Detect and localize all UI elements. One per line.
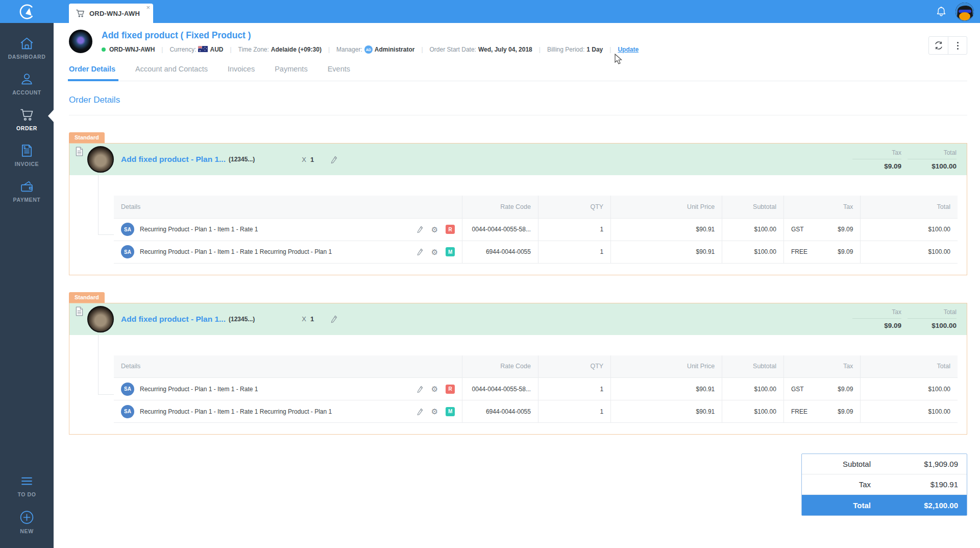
qty-cell: 1 bbox=[538, 241, 610, 263]
col-header-unit-price: Unit Price bbox=[611, 196, 722, 218]
item-card-header: Add fixed product - Plan 1... (12345...)… bbox=[69, 144, 967, 175]
pencil-icon bbox=[416, 408, 424, 416]
rate-settings-button[interactable]: ⚙ bbox=[431, 385, 438, 393]
rate-name: Recurring Product - Plan 1 - Item 1 - Ra… bbox=[140, 386, 410, 393]
order-tab-label: ORD-WNJ-AWH bbox=[89, 10, 140, 17]
rate-table-row: SA Recurring Product - Plan 1 - Item 1 -… bbox=[114, 218, 958, 241]
summary-tax-label: Tax bbox=[802, 480, 871, 489]
pencil-icon bbox=[416, 385, 424, 393]
tax-type-cell: GST bbox=[791, 226, 804, 233]
header-actions bbox=[928, 36, 967, 55]
item-tax-label: Tax bbox=[852, 149, 901, 159]
unit-price-cell: $90.91 bbox=[611, 218, 722, 241]
rate-settings-button[interactable]: ⚙ bbox=[431, 226, 438, 233]
refresh-icon bbox=[934, 41, 943, 50]
notifications-bell-icon[interactable] bbox=[936, 6, 946, 17]
refresh-button[interactable] bbox=[929, 37, 948, 54]
main-content: Add fixed product ( Fixed Product ) ORD-… bbox=[54, 23, 980, 548]
sidebar-item-payment[interactable]: PAYMENT bbox=[0, 173, 54, 209]
item-total-label: Total bbox=[908, 308, 957, 319]
active-nav-marker bbox=[48, 110, 54, 122]
item-tax-column: Tax $9.09 bbox=[852, 308, 901, 329]
home-icon bbox=[20, 37, 34, 50]
tax-type-cell: FREE bbox=[791, 248, 807, 255]
tab-order-details[interactable]: Order Details bbox=[69, 65, 115, 81]
order-item-card: Standard Add fixed product - Plan 1... (… bbox=[69, 292, 967, 435]
rate-type-badge: M bbox=[446, 247, 455, 256]
sidebar-item-dashboard[interactable]: DASHBOARD bbox=[0, 30, 54, 66]
wallet-icon bbox=[20, 180, 34, 193]
update-link[interactable]: Update bbox=[618, 46, 639, 53]
top-bar: ORD-WNJ-AWH × bbox=[0, 0, 980, 23]
summary-total-row: Total $2,100.00 bbox=[802, 495, 967, 515]
brand-logo-icon bbox=[18, 3, 36, 20]
tab-invoices[interactable]: Invoices bbox=[228, 65, 255, 81]
order-id: ORD-WNJ-AWH bbox=[109, 46, 155, 53]
cart-icon bbox=[76, 9, 85, 17]
summary-total-label: Total bbox=[802, 501, 871, 510]
order-tab[interactable]: ORD-WNJ-AWH × bbox=[69, 4, 153, 23]
rates-table: Details Rate Code QTY Unit Price Subtota… bbox=[114, 355, 958, 423]
order-page-header: Add fixed product ( Fixed Product ) ORD-… bbox=[54, 23, 980, 54]
manager-avatar: AD bbox=[364, 45, 373, 54]
col-header-qty: QTY bbox=[538, 196, 610, 218]
item-type-badge: Standard bbox=[69, 292, 105, 303]
item-title-suffix: (12345...) bbox=[229, 316, 255, 323]
sidebar-label-account: ACCOUNT bbox=[12, 89, 41, 96]
col-header-total: Total bbox=[861, 355, 958, 378]
sidebar-item-todo[interactable]: TO DO bbox=[0, 468, 54, 504]
currency-label: Currency: bbox=[169, 46, 196, 53]
section-divider bbox=[69, 115, 967, 115]
col-header-subtotal: Subtotal bbox=[722, 355, 784, 378]
rate-settings-button[interactable]: ⚙ bbox=[431, 248, 438, 256]
edit-rate-button[interactable] bbox=[416, 248, 424, 256]
total-cell: $100.00 bbox=[861, 218, 958, 241]
tax-amount-cell: $9.09 bbox=[838, 248, 853, 255]
tax-type-cell: FREE bbox=[791, 408, 807, 415]
col-header-details: Details bbox=[114, 196, 462, 218]
tab-close-icon[interactable]: × bbox=[146, 5, 150, 11]
sidebar-label-dashboard: DASHBOARD bbox=[8, 54, 46, 60]
unit-price-cell: $90.91 bbox=[611, 400, 722, 423]
edit-rate-button[interactable] bbox=[416, 408, 424, 416]
sidebar-item-order[interactable]: ORDER bbox=[0, 102, 54, 137]
user-avatar[interactable] bbox=[955, 3, 974, 21]
app-logo[interactable] bbox=[0, 0, 54, 23]
sidebar-item-account[interactable]: ACCOUNT bbox=[0, 66, 54, 102]
summary-subtotal-row: Subtotal $1,909.09 bbox=[802, 454, 967, 474]
order-items-list: Standard Add fixed product - Plan 1... (… bbox=[54, 132, 980, 435]
sidebar-label-todo: TO DO bbox=[17, 491, 36, 497]
summary-total-value: $2,100.00 bbox=[871, 501, 967, 510]
manager-value: Administrator bbox=[375, 46, 415, 53]
sidebar-item-new[interactable]: NEW bbox=[0, 504, 54, 540]
item-title[interactable]: Add fixed product - Plan 1... bbox=[121, 155, 226, 164]
edit-rate-button[interactable] bbox=[416, 385, 424, 393]
item-total-value: $100.00 bbox=[908, 319, 957, 329]
item-total-column: Total $100.00 bbox=[908, 308, 957, 329]
tree-connector bbox=[98, 335, 114, 395]
manager-label: Manager: bbox=[336, 46, 362, 53]
plus-circle-icon bbox=[19, 510, 34, 525]
col-header-tax: Tax bbox=[783, 355, 860, 378]
rate-name: Recurring Product - Plan 1 - Item 1 - Ra… bbox=[140, 248, 410, 255]
tab-payments[interactable]: Payments bbox=[275, 65, 307, 81]
rate-name: Recurring Product - Plan 1 - Item 1 - Ra… bbox=[140, 226, 410, 233]
item-title-suffix: (12345...) bbox=[229, 156, 255, 163]
sidebar-label-payment: PAYMENT bbox=[13, 197, 41, 203]
product-image bbox=[87, 146, 114, 173]
edit-rate-button[interactable] bbox=[416, 225, 424, 233]
summary-subtotal-label: Subtotal bbox=[802, 460, 871, 468]
service-badge: SA bbox=[121, 383, 134, 396]
more-options-button[interactable] bbox=[948, 37, 967, 54]
edit-item-button[interactable] bbox=[330, 315, 338, 323]
edit-item-button[interactable] bbox=[330, 155, 338, 164]
tab-events[interactable]: Events bbox=[328, 65, 350, 81]
rate-settings-button[interactable]: ⚙ bbox=[431, 408, 438, 415]
rates-table: Details Rate Code QTY Unit Price Subtota… bbox=[114, 196, 958, 264]
pencil-icon bbox=[330, 155, 338, 164]
tab-account-contacts[interactable]: Account and Contacts bbox=[135, 65, 208, 81]
sidebar-item-invoice[interactable]: $ INVOICE bbox=[0, 137, 54, 173]
subtotal-cell: $100.00 bbox=[722, 218, 784, 241]
todo-list-icon bbox=[20, 475, 34, 488]
item-title[interactable]: Add fixed product - Plan 1... bbox=[121, 315, 226, 324]
